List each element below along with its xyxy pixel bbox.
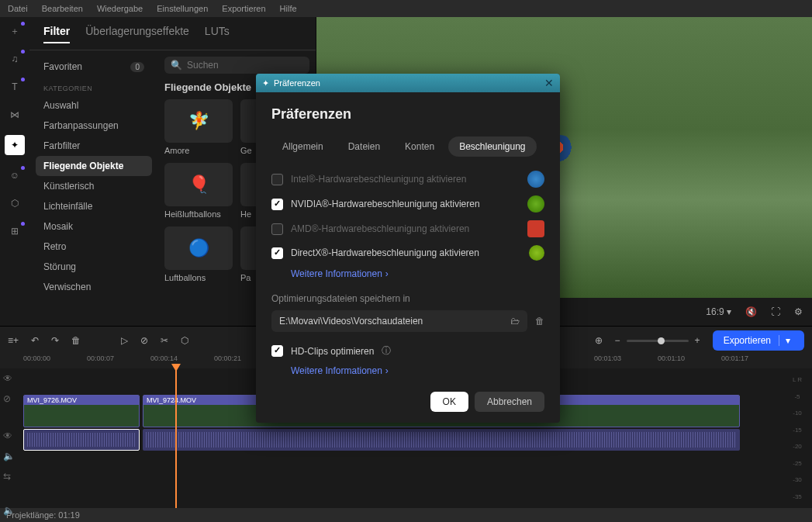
menubar: Datei Bearbeiten Wiedergabe Einstellunge…: [0, 0, 812, 17]
favorites-row[interactable]: Favoriten 0: [36, 57, 152, 77]
adjust-icon[interactable]: ⊕: [595, 335, 603, 346]
lock-icon[interactable]: ⇆: [3, 471, 20, 482]
zoom-slider[interactable]: − +: [615, 335, 700, 346]
search-box[interactable]: 🔍: [164, 57, 309, 74]
dtab-files[interactable]: Dateien: [337, 137, 391, 157]
elements-icon[interactable]: ⬡: [7, 195, 22, 211]
save-in-label: Optimierungsdateien speichern in: [271, 293, 544, 304]
checkbox-amd[interactable]: [271, 223, 283, 235]
more-icon[interactable]: ⊞: [7, 223, 22, 239]
cat-verwischen[interactable]: Verwischen: [36, 277, 152, 297]
info-icon[interactable]: ⓘ: [382, 344, 391, 358]
cat-retro[interactable]: Retro: [36, 237, 152, 257]
tl-redo-icon[interactable]: ↷: [51, 335, 59, 346]
eye-icon[interactable]: 👁: [3, 373, 20, 384]
opt-nvidia[interactable]: NVIDIA®-Hardwarebeschleunigung aktiviere…: [271, 195, 544, 213]
more-info-link-1[interactable]: Weitere Informationen›: [291, 268, 389, 279]
audio-icon[interactable]: ♫: [7, 51, 22, 67]
nvidia-icon: [527, 195, 544, 213]
directx-icon: [529, 245, 544, 261]
preferences-dialog: ✦ Präferenzen ✕ Präferenzen Allgemein Da…: [256, 74, 560, 423]
aspect-label[interactable]: 16:9 ▾: [706, 306, 731, 317]
menu-edit[interactable]: Bearbeiten: [42, 4, 83, 13]
opt-amd-label: AMD®-Hardwarebeschleunigung aktivieren: [291, 223, 469, 234]
dialog-icon: ✦: [262, 78, 269, 88]
zoom-in-icon[interactable]: +: [695, 335, 700, 346]
cat-kunstlerisch[interactable]: Künstlerisch: [36, 176, 152, 196]
checkbox-intel[interactable]: [271, 174, 283, 185]
dialog-titlebar[interactable]: ✦ Präferenzen ✕: [256, 74, 560, 92]
audio-meter: L R-5 -10-15 -20-25 -30-35: [787, 368, 807, 508]
menu-playback[interactable]: Wiedergabe: [97, 4, 143, 13]
search-icon: 🔍: [171, 60, 182, 71]
stickers-icon[interactable]: ☺: [7, 168, 22, 183]
tab-filter[interactable]: Filter: [43, 25, 70, 43]
link-icon[interactable]: ⋈: [7, 107, 22, 123]
browse-icon[interactable]: 🗁: [510, 316, 520, 327]
opt-directx-label: DirectX®-Hardwarebeschleunigung aktivier…: [291, 247, 479, 258]
cat-fliegende-objekte[interactable]: Fliegende Objekte: [36, 156, 152, 176]
cat-lichteinfalle[interactable]: Lichteinfälle: [36, 196, 152, 216]
clear-path-icon[interactable]: 🗑: [535, 316, 544, 327]
checkbox-directx[interactable]: [271, 247, 283, 259]
menu-help[interactable]: Hilfe: [280, 4, 297, 13]
opt-intel-label: Intel®-Hardwarebeschleunigung aktivieren: [291, 174, 466, 185]
audio-clip-1[interactable]: [23, 429, 140, 451]
intel-icon: [527, 171, 544, 188]
text-icon[interactable]: T: [7, 79, 22, 95]
clip-1[interactable]: MVI_9726.MOV: [23, 395, 140, 427]
audio-clip-2[interactable]: [143, 429, 740, 451]
tab-luts[interactable]: LUTs: [205, 25, 230, 43]
cat-farbanpassungen[interactable]: Farbanpassungen: [36, 116, 152, 136]
cat-storung[interactable]: Störung: [36, 257, 152, 277]
opt-intel[interactable]: Intel®-Hardwarebeschleunigung aktivieren: [271, 171, 544, 188]
cat-auswahl[interactable]: Auswahl: [36, 95, 152, 116]
mute-icon[interactable]: 🔇: [745, 306, 757, 317]
effects-icon[interactable]: ✦: [5, 135, 25, 155]
opt-hd[interactable]: HD-Clips optimieren ⓘ: [271, 344, 544, 358]
ok-button[interactable]: OK: [430, 392, 468, 412]
shield-icon[interactable]: ⬡: [181, 335, 188, 346]
save-path-field[interactable]: E:\Movavi\Videos\Vorschaudateien 🗁: [271, 310, 527, 332]
checkbox-nvidia[interactable]: [271, 199, 283, 210]
categories-heading: KATEGORIEN: [36, 77, 152, 95]
thumb-luftballons[interactable]: 🔵Luftballons: [164, 226, 233, 282]
dtab-accounts[interactable]: Konten: [394, 137, 445, 157]
cut-icon[interactable]: ✂: [161, 335, 168, 346]
cancel-button[interactable]: Abbrechen: [475, 392, 544, 412]
dtab-acceleration[interactable]: Beschleunigung: [448, 137, 536, 157]
opt-directx[interactable]: DirectX®-Hardwarebeschleunigung aktivier…: [271, 245, 544, 261]
pointer-icon[interactable]: ▷: [121, 335, 128, 346]
favorites-label: Favoriten: [43, 61, 82, 72]
opt-hd-label: HD-Clips optimieren: [291, 346, 374, 357]
cat-farbfilter[interactable]: Farbfilter: [36, 136, 152, 156]
fullscreen-icon[interactable]: ⛶: [771, 306, 780, 317]
tl-delete-icon[interactable]: 🗑: [71, 335, 81, 346]
sound-icon[interactable]: 🔈: [3, 451, 20, 462]
opt-amd[interactable]: AMD®-Hardwarebeschleunigung aktivieren: [271, 220, 544, 237]
cat-mosaik[interactable]: Mosaik: [36, 216, 152, 237]
menu-export[interactable]: Exportieren: [222, 4, 265, 13]
tab-overlay[interactable]: Überlagerungseffekte: [85, 25, 189, 43]
more-info-link-2[interactable]: Weitere Informationen›: [291, 365, 389, 376]
menu-file[interactable]: Datei: [8, 4, 28, 13]
search-input[interactable]: [187, 60, 303, 71]
chevron-down-icon[interactable]: ▾: [779, 335, 790, 346]
tl-undo-icon[interactable]: ↶: [31, 335, 39, 346]
zoom-out-icon[interactable]: −: [615, 335, 620, 346]
eye2-icon[interactable]: 👁: [3, 430, 20, 441]
sound2-icon[interactable]: 🔈: [3, 505, 20, 516]
menu-settings[interactable]: Einstellungen: [157, 4, 208, 13]
link-track-icon[interactable]: ⊘: [3, 393, 20, 404]
thumb-heissluftballons[interactable]: 🎈Heißluftballons: [164, 163, 233, 219]
add-track-icon[interactable]: ≡+: [8, 335, 19, 346]
export-button[interactable]: Exportieren ▾: [713, 330, 804, 351]
add-icon[interactable]: ＋: [7, 23, 22, 39]
dtab-general[interactable]: Allgemein: [271, 137, 334, 157]
thumb-amore[interactable]: 🧚Amore: [164, 99, 233, 155]
block-icon[interactable]: ⊘: [140, 335, 148, 346]
settings-icon[interactable]: ⚙: [794, 306, 803, 317]
checkbox-hd[interactable]: [271, 345, 283, 357]
close-icon[interactable]: ✕: [544, 77, 554, 89]
playhead[interactable]: [175, 368, 177, 508]
